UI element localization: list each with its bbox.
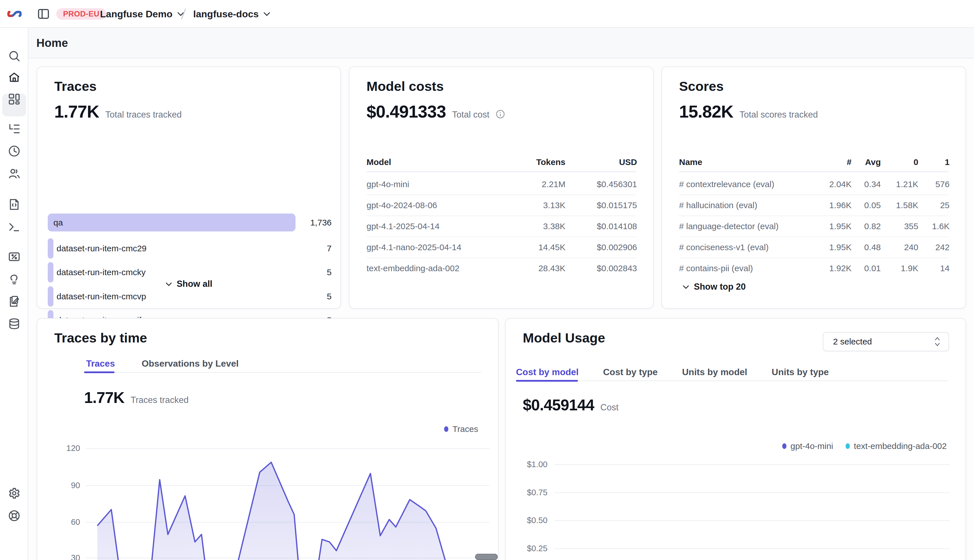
traces-by-time-card: Traces by time TracesObservations by Lev… xyxy=(37,318,499,560)
tab-traces[interactable]: Traces xyxy=(86,358,115,369)
traces-total-value: 1.77K xyxy=(54,102,99,122)
scores-card-title: Scores xyxy=(679,78,724,94)
traces-tracked-value: 1.77K xyxy=(84,388,124,407)
show-all-label: Show all xyxy=(177,279,212,289)
horizontal-scrollbar-thumb[interactable] xyxy=(475,554,498,560)
trace-count-value: 7 xyxy=(327,243,332,253)
traces-by-time-tabs: TracesObservations by Level xyxy=(86,358,239,369)
trace-name-row[interactable]: dataset-run-item-cmcvp 5 xyxy=(37,286,341,307)
usage-cost-value: $0.459144 xyxy=(523,396,594,414)
trace-name-label: dataset-run-item-cmc29 xyxy=(57,243,147,253)
traces-total-label: Total traces tracked xyxy=(105,110,182,120)
y-axis-tick: $0.50 xyxy=(506,516,548,525)
y-axis-tick: $0.25 xyxy=(506,544,548,553)
evaluation-icon[interactable] xyxy=(8,250,21,263)
breadcrumb-separator xyxy=(179,7,189,20)
table-cell: 576 xyxy=(662,180,950,189)
org-switcher[interactable]: Langfuse Demo xyxy=(100,7,184,21)
y-axis-tick: 120 xyxy=(37,443,80,453)
page-header: Home xyxy=(28,28,974,58)
project-switcher[interactable]: langfuse-docs xyxy=(193,7,271,21)
app-root: PROD-EU Langfuse Demo langfuse-docs FK H… xyxy=(0,0,974,560)
datasets-icon[interactable] xyxy=(8,317,21,330)
tab-units-by-type[interactable]: Units by type xyxy=(772,367,829,377)
scores-card: Scores 15.82K Total scores tracked Name#… xyxy=(662,67,966,309)
chevron-down-icon xyxy=(263,12,271,16)
table-cell: 14 xyxy=(662,263,950,273)
legend-item-gpt-4o-mini[interactable]: gpt-4o-mini xyxy=(782,441,833,451)
chevron-up-down-icon xyxy=(934,337,941,347)
y-axis-tick: 30 xyxy=(37,553,80,560)
column-header: USD xyxy=(349,157,637,167)
environment-badge: PROD-EU xyxy=(56,8,106,20)
sidebar-toggle-icon[interactable] xyxy=(37,7,50,20)
tracing-icon[interactable] xyxy=(8,122,21,135)
model-usage-title: Model Usage xyxy=(523,330,605,346)
gridline xyxy=(555,548,950,549)
trace-count-value: 5 xyxy=(327,292,332,301)
show-top-20-label: Show top 20 xyxy=(694,282,746,292)
legend-label: text-embedding-ada-002 xyxy=(854,441,947,451)
ideas-icon[interactable] xyxy=(8,272,21,285)
table-row: # hallucination (eval)1.96K0.051.58K25 xyxy=(662,195,966,216)
trace-count-value: 5 xyxy=(327,268,332,277)
legend-item-text-embedding-ada-002[interactable]: text-embedding-ada-002 xyxy=(845,441,947,451)
model-select-dropdown[interactable]: 2 selected xyxy=(823,332,949,351)
trace-count-bar xyxy=(48,286,53,307)
table-cell: $0.015175 xyxy=(349,200,637,210)
settings-icon[interactable] xyxy=(8,487,21,500)
table-row: gpt-4.1-nano-2025-04-1414.45K$0.002906 xyxy=(349,237,653,258)
page-title: Home xyxy=(37,37,68,49)
model-costs-card-title: Model costs xyxy=(366,78,444,94)
legend-dot xyxy=(782,443,787,449)
dashboard-icon[interactable] xyxy=(8,93,21,106)
trace-count-value: 1,736 xyxy=(310,218,332,227)
table-cell: 1.6K xyxy=(662,222,950,231)
tab-cost-by-model[interactable]: Cost by model xyxy=(516,367,578,377)
legend-label: gpt-4o-mini xyxy=(790,441,833,451)
trace-count-bar xyxy=(48,213,296,232)
prompts-icon[interactable] xyxy=(8,198,21,211)
tab-observations-by-level[interactable]: Observations by Level xyxy=(142,358,238,369)
model-usage-tabs: Cost by modelCost by typeUnits by modelU… xyxy=(516,367,829,377)
traces-tracked-label: Traces tracked xyxy=(131,395,189,405)
table-cell: 25 xyxy=(662,200,950,210)
search-icon[interactable] xyxy=(8,49,21,62)
model-usage-card: Model Usage 2 selected Cost by modelCost… xyxy=(505,318,966,560)
active-tab-indicator xyxy=(84,372,115,373)
info-icon[interactable] xyxy=(496,109,505,119)
table-row: gpt-4o-mini2.21M$0.456301 xyxy=(349,174,653,195)
table-row: text-embedding-ada-00228.43K$0.002843 xyxy=(349,258,653,279)
table-row: # language-detector (eval)1.95K0.823551.… xyxy=(662,216,966,237)
trace-name-label: dataset-run-item-cmcky xyxy=(57,268,145,277)
show-all-button[interactable]: Show all xyxy=(37,279,341,289)
annotation-icon[interactable] xyxy=(8,295,21,308)
legend-dot xyxy=(845,443,850,449)
support-icon[interactable] xyxy=(8,509,21,522)
langfuse-logo-icon xyxy=(7,6,22,22)
trace-name-row[interactable]: qa 1,736 xyxy=(37,213,341,232)
org-name: Langfuse Demo xyxy=(100,8,172,20)
tab-units-by-model[interactable]: Units by model xyxy=(682,367,747,377)
playground-icon[interactable] xyxy=(8,220,21,233)
active-tab-indicator xyxy=(516,380,578,382)
scores-total-label: Total scores tracked xyxy=(740,110,818,120)
model-costs-total-value: $0.491333 xyxy=(366,102,446,122)
home-icon[interactable] xyxy=(8,71,21,84)
gridline xyxy=(555,492,950,493)
traces-card-title: Traces xyxy=(54,78,97,94)
tab-cost-by-type[interactable]: Cost by type xyxy=(603,367,657,377)
trace-name-row[interactable]: dataset-run-item-cmc29 7 xyxy=(37,238,341,259)
y-axis-tick: 60 xyxy=(37,517,80,527)
table-cell: $0.002843 xyxy=(349,263,637,273)
show-top-20-button[interactable]: Show top 20 xyxy=(662,282,966,292)
y-axis-tick: 90 xyxy=(37,481,80,490)
traces-card: Traces 1.77K Total traces tracked qa 1,7… xyxy=(37,67,341,309)
chevron-down-icon xyxy=(165,282,172,286)
model-select-value: 2 selected xyxy=(833,337,872,347)
traces-by-time-title: Traces by time xyxy=(54,330,147,346)
users-icon[interactable] xyxy=(8,167,21,180)
sessions-icon[interactable] xyxy=(8,145,21,158)
chevron-down-icon xyxy=(682,285,689,289)
gridline xyxy=(555,520,950,521)
